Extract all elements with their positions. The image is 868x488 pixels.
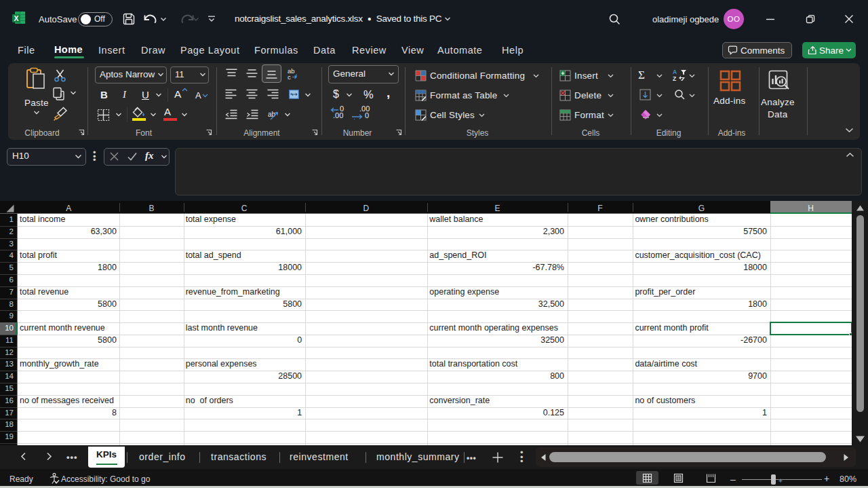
svg-text:ab: ab	[268, 111, 276, 118]
svg-text:A: A	[673, 69, 677, 75]
svg-text:X: X	[14, 14, 18, 22]
svg-text:Z: Z	[673, 75, 676, 81]
svg-text:c: c	[288, 73, 291, 80]
